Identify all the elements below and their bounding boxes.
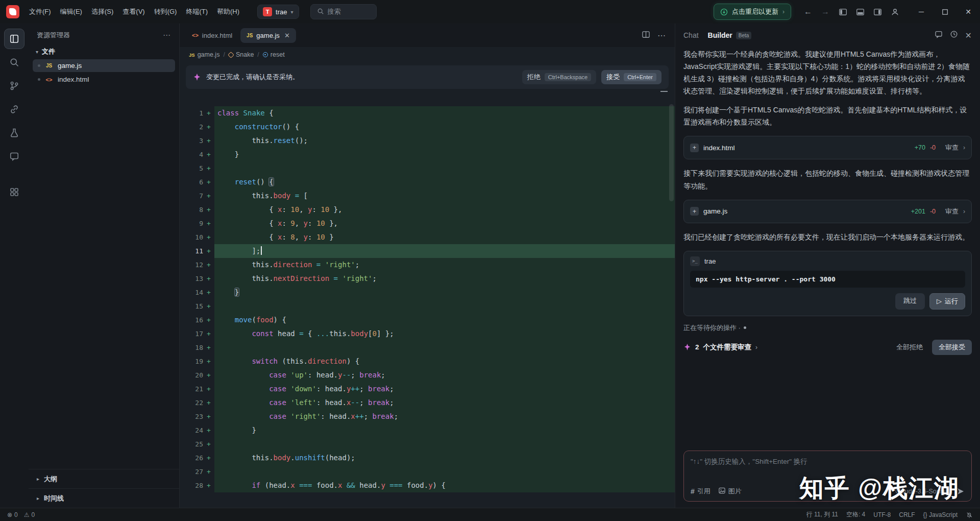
code-line[interactable]: 10+ { x: 8, y: 10 } bbox=[180, 230, 675, 244]
tab-builder[interactable]: Builder Beta bbox=[708, 31, 752, 39]
code-editor[interactable]: 1+class Snake {2+ constructor() {3+ this… bbox=[180, 89, 675, 508]
image-button[interactable]: 图片 bbox=[718, 487, 742, 496]
reference-button[interactable]: # 引用 bbox=[691, 487, 710, 496]
apps-grid-icon[interactable] bbox=[4, 182, 24, 202]
code-line[interactable]: 26+ this.body.unshift(head); bbox=[180, 451, 675, 465]
file-change-card-index-html[interactable]: + index.html +70 -0 审查 › bbox=[683, 136, 972, 159]
code-line[interactable]: 2+ constructor() { bbox=[180, 120, 675, 134]
reject-changes-button[interactable]: 拒绝 Ctrl+Backspace bbox=[522, 70, 596, 84]
menu-item[interactable]: 编辑(E) bbox=[56, 5, 87, 19]
indentation[interactable]: 空格: 4 bbox=[846, 510, 865, 519]
menu-item[interactable]: 选择(S) bbox=[87, 5, 118, 19]
terminal-command[interactable]: npx --yes http-server . --port 3000 bbox=[690, 271, 965, 288]
file-row-game.js[interactable]: JSgame.js bbox=[33, 59, 175, 72]
new-chat-icon[interactable] bbox=[935, 30, 943, 40]
code-line[interactable]: 25+ bbox=[180, 437, 675, 451]
close-panel-icon[interactable]: ✕ bbox=[965, 31, 972, 40]
code-line[interactable]: 1+class Snake { bbox=[180, 106, 675, 120]
language-mode[interactable]: {} JavaScript bbox=[923, 511, 958, 518]
code-line[interactable]: 19+ switch (this.direction) { bbox=[180, 354, 675, 368]
layout-sidebar-right-icon[interactable] bbox=[870, 4, 885, 19]
code-token: ; bbox=[389, 385, 394, 393]
code-line[interactable]: 5+ bbox=[180, 161, 675, 175]
code-line[interactable]: 8+ { x: 10, y: 10 }, bbox=[180, 203, 675, 217]
breadcrumb-class[interactable]: Snake bbox=[229, 51, 254, 58]
review-link[interactable]: 审查 bbox=[945, 207, 959, 216]
timeline-section[interactable]: ▸ 时间线 bbox=[29, 488, 179, 508]
code-token: body bbox=[274, 454, 291, 462]
code-line[interactable]: 13+ this.nextDirection = 'right'; bbox=[180, 272, 675, 286]
code-line[interactable]: 27+ bbox=[180, 465, 675, 479]
files-section-header[interactable]: ▾ 文件 bbox=[29, 45, 179, 59]
review-link[interactable]: 审查 bbox=[945, 143, 959, 152]
tab-chat[interactable]: Chat bbox=[683, 31, 699, 39]
code-line[interactable]: 11+ ]; bbox=[180, 244, 675, 258]
restart-update-button[interactable]: 点击重启以更新 › bbox=[714, 4, 791, 20]
code-line[interactable]: 21+ case 'down': head.y++; break; bbox=[180, 382, 675, 396]
run-button[interactable]: ▷ 运行 bbox=[929, 293, 965, 310]
file-row-index.html[interactable]: <>index.html bbox=[33, 73, 175, 86]
outline-section[interactable]: ▸ 大纲 bbox=[29, 469, 179, 488]
accept-all-button[interactable]: 全部接受 bbox=[932, 340, 972, 355]
problems-warnings[interactable]: ⚠ 0 bbox=[24, 511, 35, 518]
code-line[interactable]: 9+ { x: 9, y: 10 }, bbox=[180, 217, 675, 230]
code-line[interactable]: 23+ case 'right': head.x++; break; bbox=[180, 410, 675, 423]
split-editor-icon[interactable] bbox=[642, 30, 650, 41]
eol-sequence[interactable]: CRLF bbox=[899, 511, 915, 518]
search-icon[interactable] bbox=[4, 52, 24, 73]
menu-item[interactable]: 转到(G) bbox=[150, 5, 182, 19]
global-search[interactable]: 搜索 bbox=[310, 4, 377, 19]
breadcrumb-file[interactable]: JS game.js bbox=[189, 51, 219, 58]
code-line[interactable]: 12+ this.direction = 'right'; bbox=[180, 258, 675, 272]
chat-square-icon[interactable] bbox=[4, 146, 24, 167]
flask-icon[interactable] bbox=[4, 123, 24, 143]
skip-button[interactable]: 跳过 bbox=[895, 293, 925, 310]
menu-item[interactable]: 文件(F) bbox=[24, 5, 56, 19]
close-window-icon[interactable]: ✕ bbox=[957, 0, 980, 23]
menu-item[interactable]: 查看(V) bbox=[118, 5, 149, 19]
menu-item[interactable]: 终端(T) bbox=[181, 5, 212, 19]
accept-changes-button[interactable]: 接受 Ctrl+Enter bbox=[601, 70, 662, 84]
link-icon[interactable] bbox=[4, 99, 24, 120]
menu-item[interactable]: 帮助(H) bbox=[212, 5, 244, 19]
tab-game-js[interactable]: JS game.js ✕ bbox=[240, 28, 296, 43]
scrollbar-thumb[interactable] bbox=[669, 104, 674, 201]
layout-panel-icon[interactable] bbox=[852, 4, 868, 19]
code-line[interactable]: 20+ case 'up': head.y--; break; bbox=[180, 368, 675, 382]
minimize-icon[interactable]: ─ bbox=[910, 0, 933, 23]
code-line[interactable]: 7+ this.body = [ bbox=[180, 189, 675, 203]
code-line[interactable]: 15+ bbox=[180, 299, 675, 313]
lines-added: +201 bbox=[911, 208, 925, 215]
code-line[interactable]: 17+ const head = { ...this.body[0] }; bbox=[180, 327, 675, 341]
code-line[interactable]: 16+ move(food) { bbox=[180, 313, 675, 327]
explorer-icon[interactable] bbox=[4, 29, 24, 49]
more-actions-icon[interactable]: ⋯ bbox=[163, 31, 171, 40]
problems-errors[interactable]: ⊗ 0 bbox=[7, 511, 18, 518]
code-line[interactable]: 3+ this.reset(); bbox=[180, 134, 675, 148]
editor-scrollbar[interactable] bbox=[669, 89, 674, 508]
code-line[interactable]: 22+ case 'left': head.x--; break; bbox=[180, 396, 675, 410]
cursor-position[interactable]: 行 11, 列 11 bbox=[806, 510, 838, 519]
back-arrow-icon[interactable]: ← bbox=[800, 4, 816, 19]
code-line[interactable]: 24+ } bbox=[180, 423, 675, 437]
reject-all-button[interactable]: 全部拒绝 bbox=[891, 340, 928, 355]
forward-arrow-icon[interactable]: → bbox=[818, 4, 833, 19]
tab-index-html[interactable]: <> index.html bbox=[186, 28, 238, 43]
workspace-switcher[interactable]: T trae ▾ bbox=[257, 5, 299, 19]
code-line[interactable]: 4+ } bbox=[180, 148, 675, 161]
encoding[interactable]: UTF-8 bbox=[873, 511, 891, 518]
source-control-icon[interactable] bbox=[4, 76, 24, 96]
editor-more-actions-icon[interactable]: ⋯ bbox=[657, 31, 666, 40]
file-change-card-game-js[interactable]: + game.js +201 -0 审查 › bbox=[683, 200, 972, 223]
code-line[interactable]: 18+ bbox=[180, 341, 675, 354]
account-icon[interactable] bbox=[887, 4, 902, 19]
history-icon[interactable] bbox=[950, 30, 958, 40]
breadcrumb-method[interactable]: reset bbox=[263, 51, 285, 58]
code-line[interactable]: 28+ if (head.x === food.x && head.y === … bbox=[180, 479, 675, 492]
code-line[interactable]: 14+ } bbox=[180, 286, 675, 299]
close-tab-icon[interactable]: ✕ bbox=[284, 32, 290, 39]
code-line[interactable]: 6+ reset() { bbox=[180, 175, 675, 189]
layout-sidebar-left-icon[interactable] bbox=[835, 4, 850, 19]
notifications-bell-icon[interactable] bbox=[966, 511, 973, 518]
maximize-icon[interactable] bbox=[933, 0, 957, 23]
